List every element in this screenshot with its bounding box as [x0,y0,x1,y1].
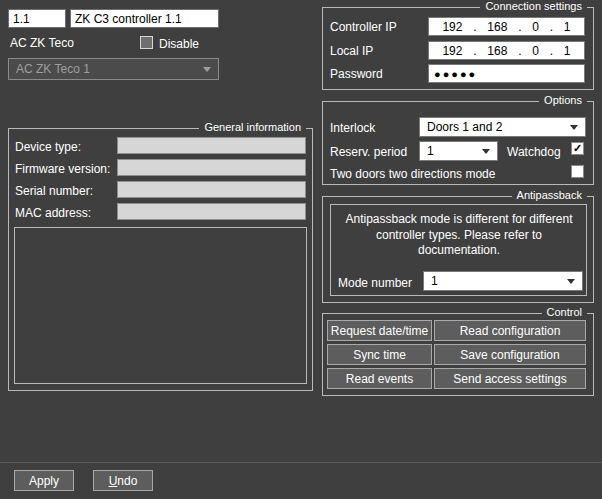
undo-button-accesskey: U [109,474,118,488]
ip-octet[interactable]: 0 [532,44,539,58]
controller-ip-label: Controller IP [330,20,397,34]
controller-ip-input[interactable]: 192 . 168 . 0 . 1 [428,17,585,36]
ip-octet[interactable]: 0 [532,20,539,34]
control-title: Control [542,306,587,318]
ip-separator: . [550,20,553,34]
chevron-down-icon [203,67,211,72]
interlock-select-value: Doors 1 and 2 [427,120,502,134]
save-configuration-button[interactable]: Save configuration [434,344,586,365]
reserv-period-label: Reserv. period [330,145,407,159]
local-ip-label: Local IP [330,44,373,58]
read-configuration-button[interactable]: Read configuration [434,320,586,341]
controller-id-input[interactable] [8,9,66,28]
device-type-input[interactable] [117,137,306,154]
password-input[interactable]: ●●●●● [428,64,585,83]
ip-octet[interactable]: 168 [487,44,507,58]
ip-octet[interactable]: 192 [442,44,462,58]
disable-label: Disable [159,37,199,51]
reserv-period-select-value: 1 [427,144,434,158]
ip-separator: . [550,44,553,58]
controller-name-input[interactable] [70,9,219,28]
mode-number-select-value: 1 [431,274,438,288]
firmware-version-input[interactable] [117,159,306,176]
chevron-down-icon [482,149,490,154]
password-dots: ●●●●● [434,68,477,80]
ip-separator: . [473,44,476,58]
device-family-label: AC ZK Teco [10,36,74,50]
watchdog-checkbox[interactable]: ✓ [571,142,584,155]
chevron-down-icon [570,125,578,130]
watchdog-label: Watchdog [507,145,561,159]
device-select-value: AC ZK Teco 1 [16,62,90,76]
interlock-label: Interlock [330,121,375,135]
ip-separator: . [518,20,521,34]
device-type-label: Device type: [15,140,81,154]
apply-button[interactable]: Apply [14,470,74,491]
two-doors-mode-checkbox[interactable] [571,165,584,178]
device-info-panel [14,227,307,384]
request-datetime-button[interactable]: Request date/time [327,320,432,341]
undo-button-label: ndo [117,474,137,488]
connection-settings-title: Connection settings [480,0,587,12]
mode-number-label: Mode number [338,276,412,290]
ip-octet[interactable]: 168 [487,20,507,34]
ip-octet[interactable]: 192 [442,20,462,34]
sync-time-button[interactable]: Sync time [327,344,432,365]
reserv-period-select[interactable]: 1 [419,141,498,161]
mode-number-select[interactable]: 1 [423,271,583,291]
antipassback-info-text: Antipassback mode is different for diffe… [340,212,578,259]
serial-number-input[interactable] [117,181,306,198]
antipassback-title: Antipassback [512,189,587,201]
read-events-button[interactable]: Read events [327,368,432,389]
chevron-down-icon [567,279,575,284]
controller-settings-window: { "header": { "id_value": "1.1", "name_v… [0,0,602,499]
mac-address-input[interactable] [117,203,306,220]
serial-number-label: Serial number: [15,184,93,198]
send-access-settings-button[interactable]: Send access settings [434,368,586,389]
ip-separator: . [473,20,476,34]
two-doors-mode-label: Two doors two directions mode [330,167,495,181]
undo-button[interactable]: Undo [93,470,153,491]
footer-divider [0,462,602,463]
ip-octet[interactable]: 1 [564,20,571,34]
ip-octet[interactable]: 1 [564,44,571,58]
ip-separator: . [518,44,521,58]
interlock-select[interactable]: Doors 1 and 2 [419,117,586,137]
mac-address-label: MAC address: [15,206,91,220]
disable-checkbox[interactable] [140,36,153,49]
general-information-title: General information [199,121,306,133]
options-title: Options [539,94,587,106]
device-select: AC ZK Teco 1 [8,58,219,80]
password-label: Password [330,67,383,81]
firmware-version-label: Firmware version: [15,162,110,176]
local-ip-input[interactable]: 192 . 168 . 0 . 1 [428,41,585,60]
check-icon: ✓ [573,143,582,154]
